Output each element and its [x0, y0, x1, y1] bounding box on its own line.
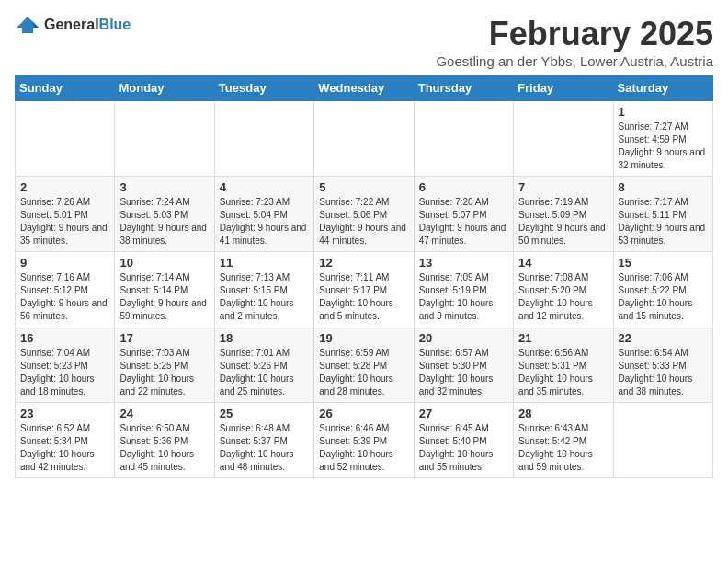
weekday-header-thursday: Thursday — [414, 75, 513, 101]
calendar-cell: 11Sunrise: 7:13 AM Sunset: 5:15 PM Dayli… — [214, 252, 313, 327]
logo-text: GeneralBlue — [44, 17, 131, 33]
day-info: Sunrise: 7:08 AM Sunset: 5:20 PM Dayligh… — [518, 271, 608, 323]
weekday-header-wednesday: Wednesday — [314, 75, 414, 101]
day-info: Sunrise: 7:06 AM Sunset: 5:22 PM Dayligh… — [619, 271, 708, 323]
day-info: Sunrise: 7:17 AM Sunset: 5:11 PM Dayligh… — [619, 196, 708, 247]
day-info: Sunrise: 7:26 AM Sunset: 5:01 PM Dayligh… — [20, 196, 109, 247]
day-number: 5 — [319, 180, 408, 194]
calendar-cell: 9Sunrise: 7:16 AM Sunset: 5:12 PM Daylig… — [16, 252, 115, 327]
day-info: Sunrise: 6:56 AM Sunset: 5:31 PM Dayligh… — [518, 347, 608, 398]
calendar-cell — [214, 101, 313, 177]
day-info: Sunrise: 6:59 AM Sunset: 5:28 PM Dayligh… — [319, 347, 408, 398]
day-info: Sunrise: 6:54 AM Sunset: 5:33 PM Dayligh… — [619, 347, 708, 398]
calendar-table: SundayMondayTuesdayWednesdayThursdayFrid… — [15, 75, 713, 478]
day-info: Sunrise: 7:27 AM Sunset: 4:59 PM Dayligh… — [619, 121, 708, 172]
day-number: 17 — [119, 331, 209, 345]
calendar-cell: 2Sunrise: 7:26 AM Sunset: 5:01 PM Daylig… — [16, 177, 115, 252]
day-info: Sunrise: 6:45 AM Sunset: 5:40 PM Dayligh… — [419, 422, 508, 474]
month-title: February 2025 — [436, 15, 713, 53]
weekday-header-saturday: Saturday — [613, 75, 712, 101]
day-info: Sunrise: 7:22 AM Sunset: 5:06 PM Dayligh… — [319, 196, 408, 247]
calendar-cell: 15Sunrise: 7:06 AM Sunset: 5:22 PM Dayli… — [613, 252, 712, 327]
day-number: 6 — [419, 180, 508, 194]
day-info: Sunrise: 7:14 AM Sunset: 5:14 PM Dayligh… — [119, 271, 209, 323]
calendar-cell: 28Sunrise: 6:43 AM Sunset: 5:42 PM Dayli… — [514, 403, 613, 478]
weekday-header-monday: Monday — [115, 75, 214, 101]
calendar-cell — [613, 403, 712, 478]
day-number: 12 — [319, 256, 408, 270]
calendar-cell: 18Sunrise: 7:01 AM Sunset: 5:26 PM Dayli… — [214, 327, 313, 403]
day-number: 24 — [119, 407, 209, 420]
calendar-cell — [16, 101, 115, 177]
day-info: Sunrise: 6:57 AM Sunset: 5:30 PM Dayligh… — [419, 347, 508, 398]
day-number: 18 — [220, 331, 309, 345]
weekday-header-friday: Friday — [514, 75, 613, 101]
calendar-cell: 23Sunrise: 6:52 AM Sunset: 5:34 PM Dayli… — [16, 403, 115, 478]
calendar-cell: 26Sunrise: 6:46 AM Sunset: 5:39 PM Dayli… — [314, 403, 414, 478]
day-number: 4 — [220, 180, 309, 194]
calendar-cell: 8Sunrise: 7:17 AM Sunset: 5:11 PM Daylig… — [613, 177, 712, 252]
day-number: 25 — [220, 407, 309, 420]
day-number: 3 — [119, 180, 209, 194]
calendar-cell: 21Sunrise: 6:56 AM Sunset: 5:31 PM Dayli… — [514, 327, 613, 403]
weekday-row: SundayMondayTuesdayWednesdayThursdayFrid… — [16, 75, 713, 101]
calendar-cell — [514, 101, 613, 177]
day-info: Sunrise: 6:46 AM Sunset: 5:39 PM Dayligh… — [319, 422, 408, 474]
calendar-cell: 4Sunrise: 7:23 AM Sunset: 5:04 PM Daylig… — [214, 177, 313, 252]
day-info: Sunrise: 7:16 AM Sunset: 5:12 PM Dayligh… — [20, 271, 109, 323]
calendar-cell: 12Sunrise: 7:11 AM Sunset: 5:17 PM Dayli… — [314, 252, 414, 327]
day-info: Sunrise: 7:01 AM Sunset: 5:26 PM Dayligh… — [220, 347, 309, 398]
weekday-header-sunday: Sunday — [16, 75, 115, 101]
day-number: 22 — [619, 331, 708, 345]
day-info: Sunrise: 7:19 AM Sunset: 5:09 PM Dayligh… — [518, 196, 608, 247]
day-number: 11 — [220, 256, 309, 270]
day-info: Sunrise: 7:11 AM Sunset: 5:17 PM Dayligh… — [319, 271, 408, 323]
calendar-header: SundayMondayTuesdayWednesdayThursdayFrid… — [16, 75, 713, 101]
day-number: 23 — [20, 407, 109, 420]
calendar-cell: 3Sunrise: 7:24 AM Sunset: 5:03 PM Daylig… — [115, 177, 214, 252]
calendar-week-5: 23Sunrise: 6:52 AM Sunset: 5:34 PM Dayli… — [16, 403, 713, 478]
day-number: 7 — [518, 180, 608, 194]
calendar-cell: 20Sunrise: 6:57 AM Sunset: 5:30 PM Dayli… — [414, 327, 513, 403]
calendar-cell — [414, 101, 513, 177]
day-info: Sunrise: 7:09 AM Sunset: 5:19 PM Dayligh… — [419, 271, 508, 323]
calendar-cell: 16Sunrise: 7:04 AM Sunset: 5:23 PM Dayli… — [16, 327, 115, 403]
logo-blue: Blue — [99, 17, 131, 32]
day-info: Sunrise: 6:52 AM Sunset: 5:34 PM Dayligh… — [20, 422, 109, 474]
day-number: 16 — [20, 331, 109, 345]
day-number: 19 — [319, 331, 408, 345]
day-info: Sunrise: 6:43 AM Sunset: 5:42 PM Dayligh… — [518, 422, 608, 474]
calendar-week-4: 16Sunrise: 7:04 AM Sunset: 5:23 PM Dayli… — [16, 327, 713, 403]
day-number: 9 — [20, 256, 109, 270]
day-number: 14 — [518, 256, 608, 270]
day-info: Sunrise: 7:20 AM Sunset: 5:07 PM Dayligh… — [419, 196, 508, 247]
weekday-header-tuesday: Tuesday — [214, 75, 313, 101]
calendar-cell: 17Sunrise: 7:03 AM Sunset: 5:25 PM Dayli… — [115, 327, 214, 403]
day-number: 21 — [518, 331, 608, 345]
day-number: 26 — [319, 407, 408, 420]
day-info: Sunrise: 7:03 AM Sunset: 5:25 PM Dayligh… — [119, 347, 209, 398]
calendar-cell: 24Sunrise: 6:50 AM Sunset: 5:36 PM Dayli… — [115, 403, 214, 478]
day-number: 15 — [619, 256, 708, 270]
calendar-week-2: 2Sunrise: 7:26 AM Sunset: 5:01 PM Daylig… — [16, 177, 713, 252]
day-number: 20 — [419, 331, 508, 345]
calendar-cell: 10Sunrise: 7:14 AM Sunset: 5:14 PM Dayli… — [115, 252, 214, 327]
logo-icon — [15, 15, 40, 35]
title-area: February 2025 Goestling an der Ybbs, Low… — [436, 15, 713, 69]
page-header: GeneralBlue February 2025 Goestling an d… — [15, 15, 713, 69]
day-info: Sunrise: 7:13 AM Sunset: 5:15 PM Dayligh… — [220, 271, 309, 323]
day-number: 10 — [119, 256, 209, 270]
calendar-cell: 14Sunrise: 7:08 AM Sunset: 5:20 PM Dayli… — [514, 252, 613, 327]
calendar-cell: 25Sunrise: 6:48 AM Sunset: 5:37 PM Dayli… — [214, 403, 313, 478]
calendar-cell: 7Sunrise: 7:19 AM Sunset: 5:09 PM Daylig… — [514, 177, 613, 252]
calendar-cell: 22Sunrise: 6:54 AM Sunset: 5:33 PM Dayli… — [613, 327, 712, 403]
day-info: Sunrise: 7:24 AM Sunset: 5:03 PM Dayligh… — [119, 196, 209, 247]
calendar-cell: 13Sunrise: 7:09 AM Sunset: 5:19 PM Dayli… — [414, 252, 513, 327]
day-number: 1 — [619, 105, 708, 119]
location-subtitle: Goestling an der Ybbs, Lower Austria, Au… — [436, 53, 713, 69]
logo-general: General — [44, 17, 99, 32]
calendar-cell — [314, 101, 414, 177]
calendar-week-3: 9Sunrise: 7:16 AM Sunset: 5:12 PM Daylig… — [16, 252, 713, 327]
calendar-body: 1Sunrise: 7:27 AM Sunset: 4:59 PM Daylig… — [16, 101, 713, 478]
calendar-cell — [115, 101, 214, 177]
